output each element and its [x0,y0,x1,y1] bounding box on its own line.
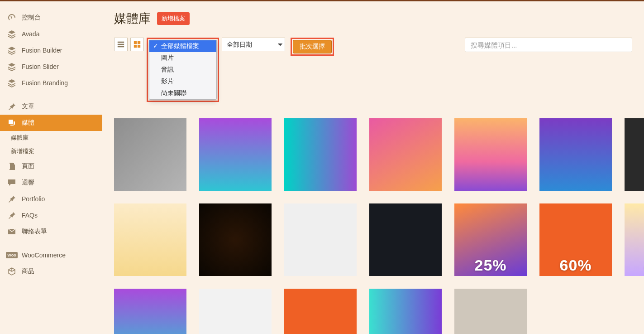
media-tile-2[interactable] [284,118,357,191]
svg-rect-7 [138,41,140,44]
tile-caption: 25% [454,257,527,274]
media-tile-18[interactable] [454,289,527,334]
media-tile-4[interactable] [454,118,527,191]
dashboard-icon [7,13,16,22]
sidebar-item-3[interactable]: Fusion Slider [0,58,102,75]
layers-icon [7,62,16,71]
media-tile-13[interactable]: 40% [625,203,644,276]
sidebar-item-label: 媒體庫 [11,134,29,142]
sidebar-item-label: Avada [22,30,39,38]
sidebar-item-label: Fusion Slider [22,63,59,70]
date-filter-select[interactable]: 全部日期 [222,38,285,51]
sidebar-item-label: 文章 [22,102,34,111]
search-input[interactable] [465,38,632,52]
media-tile-3[interactable] [369,118,442,191]
svg-rect-3 [118,42,124,43]
sidebar-item-label: 頁面 [22,162,34,170]
media-tile-1[interactable] [199,118,272,191]
tile-caption: 60% [539,257,612,274]
media-tile-0[interactable] [114,118,186,191]
media-tile-15[interactable] [199,289,272,334]
search-wrapper [465,38,632,52]
add-new-button[interactable]: 新增檔案 [157,12,190,25]
page-title: 媒體庫 [114,10,151,27]
pin-icon [7,194,16,203]
sidebar-item-0[interactable]: 控制台 [0,10,102,26]
sidebar-item-11[interactable]: 迴響 [0,174,102,191]
media-tile-5[interactable] [539,118,612,191]
pin-icon [7,102,16,111]
comment-icon [7,178,16,187]
sidebar-item-label: WooCommerce [22,252,66,259]
sidebar-item-14[interactable]: 聯絡表單 [0,223,102,240]
sidebar-item-label: 迴響 [22,179,34,187]
sidebar-item-9[interactable]: 新增檔案 [0,145,102,158]
svg-rect-4 [118,44,124,45]
sidebar-item-4[interactable]: Fusion Branding [0,75,102,91]
sidebar-item-1[interactable]: Avada [0,26,102,42]
type-filter-highlight: 全部媒體檔案圖片音訊影片尚未關聯 [147,38,219,102]
media-toolbar: 全部媒體檔案圖片音訊影片尚未關聯 全部日期 批次選擇 [114,38,632,102]
sidebar-item-17[interactable]: 商品 [0,263,102,280]
sidebar-item-label: Fusion Branding [22,79,68,87]
sidebar-item-label: Portfolio [22,195,45,203]
sidebar-item-label: FAQs [22,212,38,219]
media-tile-16[interactable] [284,289,357,334]
layers-icon [7,78,16,87]
media-tile-12[interactable]: 60% [539,203,612,276]
svg-rect-9 [138,45,140,48]
sidebar-item-13[interactable]: FAQs [0,207,102,223]
svg-rect-5 [118,46,124,48]
admin-sidebar: 控制台AvadaFusion BuilderFusion SliderFusio… [0,0,102,334]
pages-icon [7,162,16,171]
list-icon [117,40,125,48]
sidebar-item-label: 聯絡表單 [22,228,47,236]
media-grid: 25%60%40%70% [114,118,632,334]
svg-rect-6 [134,41,137,44]
sidebar-item-10[interactable]: 頁面 [0,158,102,174]
type-filter-option-1[interactable]: 圖片 [149,52,216,64]
media-icon [7,118,16,127]
page-heading: 媒體庫 新增檔案 [114,10,632,27]
batch-select-highlight: 批次選擇 [291,38,334,56]
media-tile-9[interactable] [284,203,357,276]
svg-rect-8 [134,45,137,48]
layers-icon [7,46,16,55]
list-view-button[interactable] [114,38,128,51]
sidebar-item-label: 商品 [22,267,34,276]
layers-icon [7,29,16,39]
pin-icon [7,211,16,220]
type-filter-option-4[interactable]: 尚未關聯 [149,87,216,99]
sidebar-item-label: 媒體 [22,119,34,127]
media-tile-6[interactable] [625,118,644,191]
type-filter-dropdown[interactable]: 全部媒體檔案圖片音訊影片尚未關聯 [149,40,217,100]
sidebar-item-label: Fusion Builder [22,47,62,54]
svg-point-0 [10,121,11,122]
grid-icon [133,40,141,48]
media-tile-7[interactable] [114,203,186,276]
main-content: 媒體庫 新增檔案 全部媒體檔案圖片音訊影片尚未關聯 全部日期 批次選擇 25%6… [102,0,644,334]
sidebar-item-7[interactable]: 媒體 [0,115,102,131]
svg-rect-2 [10,163,14,169]
media-tile-11[interactable]: 25% [454,203,527,276]
sidebar-item-2[interactable]: Fusion Builder [0,42,102,58]
media-tile-17[interactable]: 70% [369,289,442,334]
grid-view-button[interactable] [130,38,144,51]
sidebar-item-8[interactable]: 媒體庫 [0,131,102,145]
cube-icon [7,267,16,276]
type-filter-option-2[interactable]: 音訊 [149,64,216,76]
sidebar-item-16[interactable]: WooWooCommerce [0,247,102,263]
media-tile-8[interactable] [199,203,272,276]
woo-icon: Woo [7,251,16,260]
type-filter-option-0[interactable]: 全部媒體檔案 [149,40,216,52]
sidebar-item-label: 控制台 [22,14,41,22]
tile-caption: 40% [625,257,644,274]
sidebar-item-6[interactable]: 文章 [0,98,102,115]
sidebar-item-12[interactable]: Portfolio [0,191,102,207]
media-tile-14[interactable] [114,289,186,334]
mail-icon [7,227,16,236]
batch-select-button[interactable]: 批次選擇 [293,40,332,53]
media-tile-10[interactable] [369,203,442,276]
sidebar-item-label: 新增檔案 [11,147,34,155]
type-filter-option-3[interactable]: 影片 [149,76,216,87]
